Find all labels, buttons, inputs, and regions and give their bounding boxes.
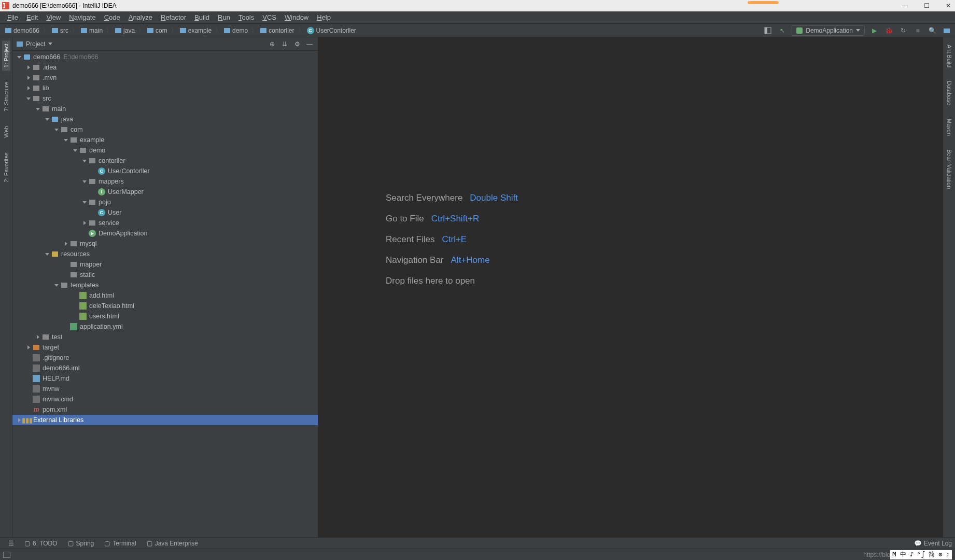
tree-row[interactable]: HELP.md [12,373,318,384]
tree-arrow-icon[interactable] [25,86,32,90]
locate-icon[interactable]: ⊕ [268,40,276,48]
project-tree[interactable]: demo666E:\demo666.idea.mvnlibsrcmainjava… [12,51,318,537]
tree-arrow-icon[interactable] [53,284,60,287]
breadcrumb-item[interactable]: contorller [258,27,296,34]
breadcrumb-item[interactable]: java [113,27,137,34]
right-tab[interactable]: Database [945,79,953,107]
project-structure-icon[interactable] [942,25,952,36]
tree-row[interactable]: resources [12,249,318,259]
tree-row[interactable]: templates [12,280,318,290]
tree-arrow-icon[interactable] [25,345,32,349]
tree-arrow-icon[interactable] [16,56,23,59]
menu-analyze[interactable]: Analyze [124,11,157,24]
breadcrumb-item[interactable]: com [145,27,170,34]
breadcrumb-item[interactable]: example [178,27,214,34]
hide-panel-icon[interactable]: ― [305,40,314,48]
tree-row[interactable]: lib [12,83,318,93]
menu-tools[interactable]: Tools [234,11,258,24]
layout-icon[interactable] [763,25,773,36]
tree-row[interactable]: mappers [12,176,318,187]
tree-row[interactable]: users.html [12,311,318,321]
menu-edit[interactable]: Edit [22,11,42,24]
tree-row[interactable]: add.html [12,290,318,301]
right-tab[interactable]: Ant Build [945,43,953,69]
menu-file[interactable]: File [3,11,22,24]
tree-row[interactable]: application.yml [12,321,318,332]
tree-arrow-icon[interactable] [81,180,88,183]
breadcrumb-item[interactable]: CUserContorller [305,27,358,34]
left-tab[interactable]: 2: Favorites [2,149,10,185]
search-icon[interactable]: 🔍 [927,25,937,36]
menu-code[interactable]: Code [100,11,124,24]
tree-row[interactable]: test [12,332,318,342]
tree-arrow-icon[interactable] [53,129,60,131]
tree-arrow-icon[interactable] [62,139,69,142]
left-tab[interactable]: Web [2,123,10,141]
tree-row[interactable]: src [12,93,318,104]
coverage-button[interactable]: ↻ [898,25,908,36]
tree-row[interactable]: service [12,218,318,228]
tree-row[interactable]: mvnw [12,384,318,394]
run-config-select[interactable]: DemoApplication [792,25,865,36]
maximize-button[interactable]: ☐ [922,1,931,10]
tree-row[interactable]: .gitignore [12,353,318,363]
tree-row[interactable]: mvnw.cmd [12,394,318,404]
menu-build[interactable]: Build [190,11,214,24]
tree-row[interactable]: mysql [12,239,318,249]
tool-tab[interactable]: ▢Spring [63,540,100,547]
tree-arrow-icon[interactable] [34,108,41,110]
tree-arrow-icon[interactable] [81,201,88,204]
gear-icon[interactable]: ⚙ [293,40,301,48]
tool-tab[interactable]: ▢Terminal [99,540,141,547]
tree-row[interactable]: pojo [12,197,318,207]
right-tab[interactable]: Bean Validation [945,147,953,191]
tree-row[interactable]: CUserContorller [12,166,318,176]
tree-row[interactable]: static [12,270,318,280]
debug-button[interactable]: 🐞 [883,25,894,36]
tree-arrow-icon[interactable] [34,335,41,339]
menu-refactor[interactable]: Refactor [157,11,190,24]
collapse-all-icon[interactable]: ⇊ [280,40,289,48]
tree-arrow-icon[interactable] [25,76,32,80]
tree-row[interactable]: deleTexiao.html [12,301,318,311]
breadcrumb-item[interactable]: demo666 [3,27,41,34]
tree-row[interactable]: target [12,342,318,353]
right-tab[interactable]: Maven [945,117,953,138]
tree-row[interactable]: CUser [12,207,318,218]
ime-indicator[interactable]: M 中 ♪ °ʃ 简 ⚙ : [890,550,952,559]
tree-arrow-icon[interactable] [44,253,51,256]
tree-arrow-icon[interactable] [62,242,69,246]
back-arrow-icon[interactable]: ↖ [777,25,788,36]
left-tab[interactable]: 7: Structure [2,79,10,115]
tree-row[interactable]: .mvn [12,73,318,83]
tree-row[interactable]: demo666.iml [12,363,318,373]
breadcrumb-item[interactable]: demo [222,27,250,34]
tree-row[interactable]: demo666E:\demo666 [12,52,318,62]
menu-view[interactable]: View [42,11,65,24]
stop-button[interactable]: ■ [912,25,923,36]
tree-row[interactable]: contorller [12,156,318,166]
project-panel-title[interactable]: Project [17,40,52,48]
tool-tab-lead[interactable]: ☰ [3,540,19,547]
event-log-tab[interactable]: 💬Event Log [914,540,952,547]
tool-tab[interactable]: ▢Java Enterprise [142,540,203,547]
close-button[interactable]: ✕ [944,1,953,10]
tree-arrow-icon[interactable] [81,160,88,162]
tree-arrow-icon[interactable] [25,65,32,69]
tree-arrow-icon[interactable] [25,97,32,100]
tree-row[interactable]: .idea [12,62,318,73]
tree-arrow-icon[interactable] [81,221,88,225]
tree-row[interactable]: java [12,114,318,124]
breadcrumb-item[interactable]: src [50,27,71,34]
minimize-button[interactable]: ― [900,1,909,10]
tree-row[interactable]: main [12,104,318,114]
menu-run[interactable]: Run [214,11,234,24]
tree-row[interactable]: example [12,135,318,145]
tree-row[interactable]: ▮▮▮External Libraries [12,415,318,425]
tree-row[interactable]: IUserMapper [12,187,318,197]
tree-row[interactable]: mpom.xml [12,404,318,415]
tree-row[interactable]: com [12,124,318,135]
editor-area[interactable]: Search EverywhereDouble ShiftGo to FileC… [318,37,943,537]
tree-arrow-icon[interactable] [44,118,51,121]
tree-row[interactable]: demo [12,145,318,156]
